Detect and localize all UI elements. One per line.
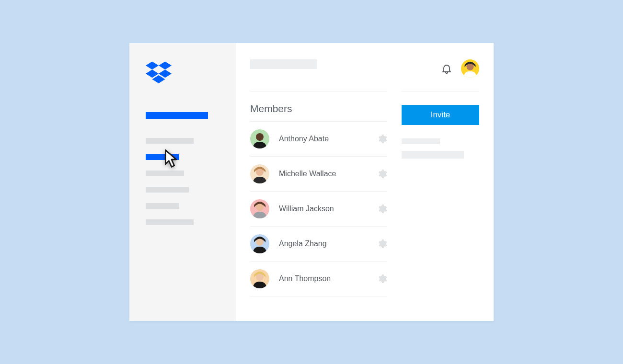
member-avatar <box>250 164 269 183</box>
member-row[interactable]: Ann Thompson <box>250 261 387 296</box>
member-avatar <box>250 269 269 288</box>
member-avatar <box>250 199 269 218</box>
member-name: Angela Zhang <box>279 239 377 248</box>
gear-icon[interactable] <box>377 273 387 284</box>
bell-icon[interactable] <box>441 63 452 74</box>
sidebar-item-6[interactable] <box>146 219 194 225</box>
sidebar <box>129 43 236 321</box>
right-placeholder-1 <box>402 138 440 144</box>
dropbox-logo[interactable] <box>146 61 236 84</box>
member-row[interactable]: Angela Zhang <box>250 226 387 261</box>
sidebar-item-4[interactable] <box>146 187 189 193</box>
member-row[interactable]: William Jackson <box>250 191 387 226</box>
sidebar-primary-item[interactable] <box>146 112 208 119</box>
member-row[interactable]: Anthony Abate <box>250 121 387 156</box>
main: Members Anthony Abate Michelle Wallace W… <box>236 43 494 321</box>
svg-marker-1 <box>159 61 172 69</box>
divider <box>250 91 387 91</box>
gear-icon[interactable] <box>377 239 387 249</box>
members-list: Anthony Abate Michelle Wallace William J… <box>250 121 387 296</box>
members-heading: Members <box>250 103 387 114</box>
gear-icon[interactable] <box>377 169 387 179</box>
page-title-placeholder <box>250 59 317 69</box>
cursor-icon <box>165 149 178 166</box>
member-name: Anthony Abate <box>279 135 377 143</box>
app-window: Members Anthony Abate Michelle Wallace W… <box>129 43 494 321</box>
svg-marker-0 <box>146 61 159 69</box>
gear-icon[interactable] <box>377 204 387 214</box>
member-avatar <box>250 234 269 253</box>
member-name: Michelle Wallace <box>279 170 377 178</box>
member-row[interactable]: Michelle Wallace <box>250 156 387 191</box>
svg-point-7 <box>256 133 264 141</box>
topbar <box>402 59 479 78</box>
member-name: Ann Thompson <box>279 274 377 283</box>
invite-button[interactable]: Invite <box>402 105 479 125</box>
sidebar-item-3[interactable] <box>146 171 184 176</box>
gear-icon[interactable] <box>377 134 387 144</box>
right-placeholder-2 <box>402 151 464 159</box>
right-column: Invite <box>402 59 479 321</box>
sidebar-item-1[interactable] <box>146 138 194 144</box>
sidebar-item-5[interactable] <box>146 203 179 209</box>
svg-marker-5 <box>165 150 176 167</box>
sidebar-nav <box>146 112 236 225</box>
member-name: William Jackson <box>279 205 377 213</box>
member-avatar <box>250 129 269 148</box>
current-user-avatar[interactable] <box>461 59 479 78</box>
content-column: Members Anthony Abate Michelle Wallace W… <box>250 59 387 321</box>
divider <box>402 91 479 91</box>
